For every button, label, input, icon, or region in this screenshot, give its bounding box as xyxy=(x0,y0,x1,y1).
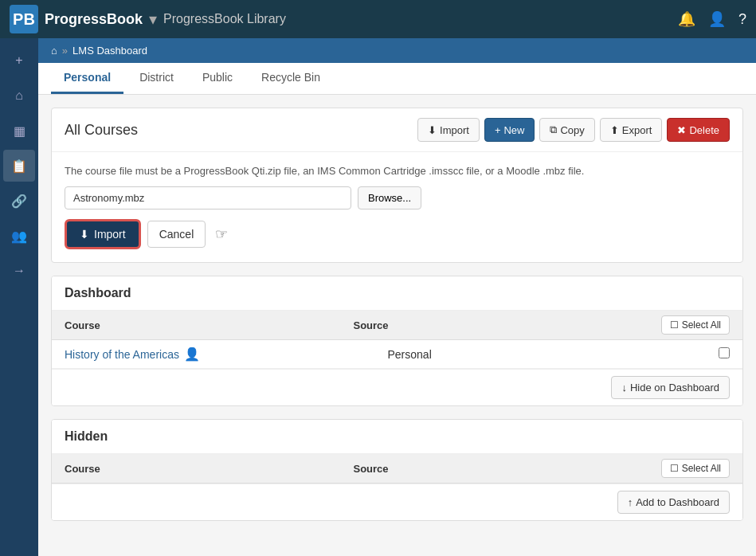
tab-personal[interactable]: Personal xyxy=(51,63,123,94)
dashboard-title: Dashboard xyxy=(52,276,742,311)
hidden-course-header: Course xyxy=(65,463,354,475)
table-row: History of the Americas 👤 Personal xyxy=(52,340,742,369)
nav-title: ProgressBook Library xyxy=(163,12,286,26)
sidebar: + ⌂ ▦ 📋 🔗 👥 → xyxy=(0,38,38,556)
breadcrumb-home[interactable]: ⌂ xyxy=(51,45,57,57)
checkbox-icon: ☐ xyxy=(670,319,679,331)
dashboard-source-header: Source xyxy=(354,319,643,331)
export-icon: ⬆ xyxy=(610,124,619,136)
hidden-table-header: Course Source ☐ Select All xyxy=(52,454,742,484)
delete-button[interactable]: ✖ Delete xyxy=(667,118,730,142)
bell-icon[interactable]: 🔔 xyxy=(678,10,695,28)
delete-icon: ✖ xyxy=(677,124,686,136)
all-courses-title: All Courses xyxy=(65,122,138,139)
brand: PB ProgressBook xyxy=(10,5,143,33)
hidden-title: Hidden xyxy=(52,420,742,454)
tab-public[interactable]: Public xyxy=(190,63,245,94)
user-badge-icon: 👤 xyxy=(184,347,200,362)
source-cell: Personal xyxy=(388,348,711,361)
browse-button[interactable]: Browse... xyxy=(358,186,421,209)
course-cell: History of the Americas 👤 xyxy=(65,347,388,362)
add-to-dashboard-button[interactable]: ↑ Add to Dashboard xyxy=(617,491,730,514)
hidden-card: Hidden Course Source ☐ Select All xyxy=(51,419,743,521)
import-icon: ⬇ xyxy=(428,124,437,136)
import-actions: ⬇ Import Cancel ☞ xyxy=(65,219,730,249)
all-courses-card: All Courses ⬇ Import + New ⧉ Copy xyxy=(51,108,743,263)
all-courses-toolbar: ⬇ Import + New ⧉ Copy ⬆ xyxy=(417,118,730,142)
copy-icon: ⧉ xyxy=(550,123,557,136)
sidebar-item-add[interactable]: + xyxy=(3,45,35,76)
import-section: The course file must be a ProgressBook Q… xyxy=(52,152,742,262)
hide-on-dashboard-button[interactable]: ↓ Hide on Dashboard xyxy=(611,376,730,399)
row-checkbox[interactable] xyxy=(719,347,730,358)
content-area: All Courses ⬇ Import + New ⧉ Copy xyxy=(38,95,756,556)
course-link[interactable]: History of the Americas 👤 xyxy=(65,347,388,362)
arrow-down-icon: ↓ xyxy=(621,382,627,394)
dashboard-action-bar: ↓ Hide on Dashboard xyxy=(52,369,742,405)
dashboard-card: Dashboard Course Source ☐ Select All xyxy=(51,276,743,406)
import-button[interactable]: ⬇ Import xyxy=(417,118,480,142)
dashboard-table-header: Course Source ☐ Select All xyxy=(52,311,742,340)
row-checkbox-cell xyxy=(711,347,730,361)
tab-recycle-bin[interactable]: Recycle Bin xyxy=(249,63,333,94)
hidden-header-action: ☐ Select All xyxy=(642,459,730,478)
sidebar-item-clipboard[interactable]: 📋 xyxy=(3,150,35,182)
copy-button[interactable]: ⧉ Copy xyxy=(539,118,594,142)
export-button[interactable]: ⬆ Export xyxy=(600,118,663,142)
import-note: The course file must be a ProgressBook Q… xyxy=(65,165,730,177)
file-input[interactable] xyxy=(65,186,351,209)
help-icon[interactable]: ? xyxy=(738,11,746,28)
sidebar-item-arrow[interactable]: → xyxy=(3,255,35,287)
all-courses-header: All Courses ⬇ Import + New ⧉ Copy xyxy=(52,108,742,152)
dashboard-course-header: Course xyxy=(65,319,354,331)
breadcrumb-page: LMS Dashboard xyxy=(72,45,147,57)
brand-logo[interactable]: PB xyxy=(10,5,38,33)
nav-icons: 🔔 👤 ? xyxy=(678,10,746,28)
plus-icon: + xyxy=(495,124,501,136)
hidden-source-header: Source xyxy=(354,463,643,475)
file-input-row: Browse... xyxy=(65,186,730,209)
main-content: ⌂ » LMS Dashboard Personal District Publ… xyxy=(38,38,756,556)
sidebar-item-home[interactable]: ⌂ xyxy=(3,80,35,112)
course-name: History of the Americas xyxy=(65,348,179,361)
breadcrumb: ⌂ » LMS Dashboard xyxy=(38,38,756,63)
arrow-up-icon: ↑ xyxy=(628,496,633,508)
top-navigation: PB ProgressBook ▾ ProgressBook Library 🔔… xyxy=(0,0,756,38)
user-icon[interactable]: 👤 xyxy=(708,10,726,28)
new-button[interactable]: + New xyxy=(484,118,535,142)
cancel-button[interactable]: Cancel xyxy=(147,221,206,248)
hidden-action-bar: ↑ Add to Dashboard xyxy=(52,484,742,520)
dashboard-select-all-button[interactable]: ☐ Select All xyxy=(661,315,730,335)
sidebar-item-users[interactable]: 👥 xyxy=(3,220,35,252)
checkbox-icon-2: ☐ xyxy=(670,463,679,474)
tab-bar: Personal District Public Recycle Bin xyxy=(38,63,756,95)
do-import-button[interactable]: ⬇ Import xyxy=(65,219,141,249)
cursor-indicator: ☞ xyxy=(215,225,228,243)
dashboard-header-action: ☐ Select All xyxy=(642,315,730,335)
breadcrumb-arrow: » xyxy=(62,45,68,57)
sidebar-item-grid[interactable]: ▦ xyxy=(3,115,35,147)
brand-name: ProgressBook xyxy=(45,11,143,28)
nav-separator: ▾ xyxy=(149,10,157,29)
hidden-select-all-button[interactable]: ☐ Select All xyxy=(661,459,730,478)
download-icon: ⬇ xyxy=(80,228,89,241)
sidebar-item-link[interactable]: 🔗 xyxy=(3,185,35,217)
tab-district[interactable]: District xyxy=(127,63,186,94)
